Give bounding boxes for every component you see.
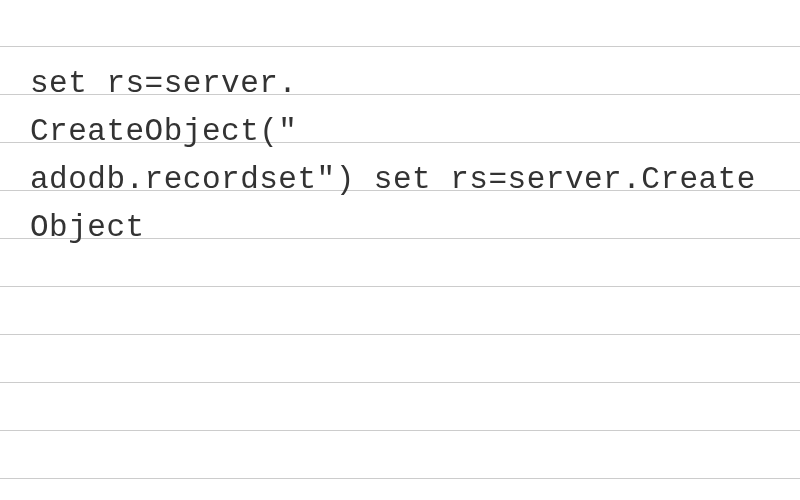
code-line-2: CreateObject(": [30, 114, 297, 149]
code-line-1: set rs=server.: [30, 66, 297, 101]
code-line-3: adodb.recordset") set rs=server.CreateOb…: [30, 162, 756, 245]
code-text: set rs=server. CreateObject(" adodb.reco…: [0, 0, 800, 282]
